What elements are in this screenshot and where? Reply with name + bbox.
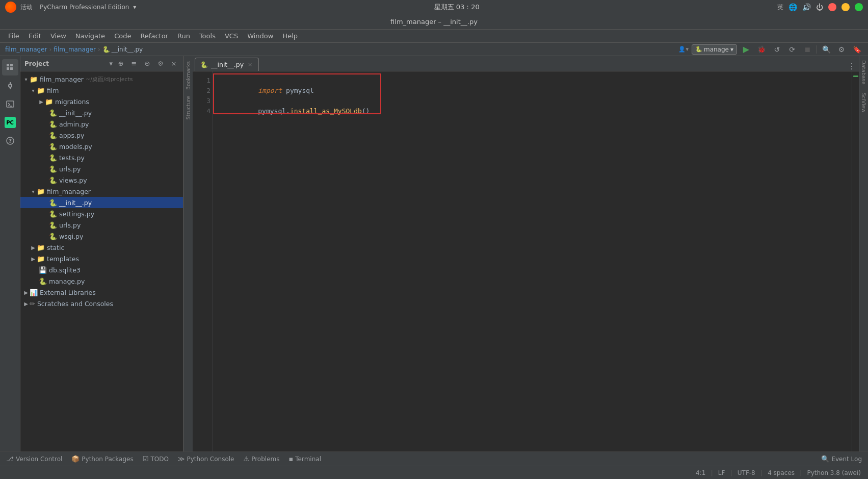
tree-item-migrations[interactable]: ▶ 📁 migrations xyxy=(20,96,183,107)
bottom-tool-event-log[interactable]: 🔍 Event Log xyxy=(817,454,866,464)
tab-file-icon: 🐍 xyxy=(200,61,208,68)
breadcrumb-module[interactable]: film_manager xyxy=(54,46,96,53)
bottom-tool-problems[interactable]: ⚠ Problems xyxy=(240,454,284,464)
folder-icon-film: 📁 xyxy=(37,87,45,94)
app-name-label[interactable]: PyCharm Professional Edition xyxy=(40,4,129,11)
folder-icon-migrations: 📁 xyxy=(45,98,53,106)
network-icon: 🌐 xyxy=(788,3,797,11)
tree-item-film-urls[interactable]: ▶ 🐍 urls.py xyxy=(20,163,183,174)
project-dropdown-icon[interactable]: ▾ xyxy=(109,60,113,67)
window-minimize-button[interactable] xyxy=(841,3,850,11)
tree-item-wsgi[interactable]: ▶ 🐍 wsgi.py xyxy=(20,231,183,242)
reload-alt-button[interactable]: ⟳ xyxy=(786,43,798,56)
editor-options-button[interactable]: ⋮ xyxy=(847,61,857,71)
settings-button[interactable]: ⚙ xyxy=(835,43,848,56)
bookmark-button[interactable]: 🔖 xyxy=(851,43,863,56)
system-bar-left: 活动 PyCharm Professional Edition ▾ xyxy=(5,2,136,13)
status-python[interactable]: Python 3.8 (awei) xyxy=(804,469,864,476)
tree-item-film-manager[interactable]: ▾ 📁 film_manager xyxy=(20,186,183,197)
panel-btn-collapse[interactable]: × xyxy=(169,59,179,69)
tree-item-init-selected[interactable]: ▶ 🐍 __init__.py xyxy=(20,197,183,208)
bottom-tool-version-control[interactable]: ⎇ Version Control xyxy=(2,454,66,464)
todo-label: TODO xyxy=(150,456,168,463)
vert-label-structure[interactable]: Structure xyxy=(185,93,192,123)
tab-close-button[interactable]: × xyxy=(247,61,253,68)
menu-view[interactable]: View xyxy=(46,31,70,41)
menu-window[interactable]: Window xyxy=(243,31,277,41)
project-panel-header: Project ▾ ⊕ ≡ ⊝ ⚙ × xyxy=(20,56,183,71)
tree-item-ext-libs[interactable]: ▶ 📊 External Libraries xyxy=(20,287,183,298)
panel-btn-settings[interactable]: ⚙ xyxy=(155,59,166,69)
manage-dropdown[interactable]: 🐍 manage ▾ xyxy=(692,44,737,55)
menu-refactor[interactable]: Refactor xyxy=(136,31,172,41)
panel-btn-filter[interactable]: ⊝ xyxy=(142,59,152,69)
right-panel-tab-database[interactable]: Database xyxy=(860,56,867,89)
manage-icon: 🐍 xyxy=(695,46,702,53)
code-editor[interactable]: 1 2 3 4 import pymysql pymysql.install_a… xyxy=(193,71,859,451)
tree-item-film[interactable]: ▾ 📁 film xyxy=(20,85,183,96)
user-icon: 👤▾ xyxy=(678,46,689,53)
code-line-3: pymysql.install_as_MySQLdb() xyxy=(218,96,847,106)
stop-button[interactable]: ⏹ xyxy=(801,43,813,56)
tree-item-views[interactable]: ▶ 🐍 views.py xyxy=(20,174,183,186)
run-button[interactable]: ▶ xyxy=(740,43,752,56)
menu-code[interactable]: Code xyxy=(110,31,135,41)
vert-label-bookmarks[interactable]: Bookmarks xyxy=(185,58,192,93)
window-maximize-button[interactable] xyxy=(855,3,863,11)
sidebar-icon-help[interactable]: ? xyxy=(2,133,18,149)
tree-label-manage: manage.py xyxy=(49,278,85,285)
status-encoding[interactable]: UTF-8 xyxy=(734,469,758,476)
menu-file[interactable]: File xyxy=(4,31,23,41)
tree-arrow-ext-libs: ▶ xyxy=(22,289,30,296)
py-icon-wsgi: 🐍 xyxy=(49,233,57,240)
tree-arrow-film: ▾ xyxy=(30,87,37,94)
tree-item-root[interactable]: ▾ 📁 film_manager ~/桌面/djprojects xyxy=(20,73,183,85)
sidebar-icon-commit[interactable] xyxy=(2,78,18,94)
tree-item-tests[interactable]: ▶ 🐍 tests.py xyxy=(20,152,183,163)
tree-item-admin[interactable]: ▶ 🐍 admin.py xyxy=(20,118,183,130)
tree-label-film-init: __init__.py xyxy=(59,109,92,117)
tree-item-film-init[interactable]: ▶ 🐍 __init__.py xyxy=(20,107,183,118)
tree-item-urls[interactable]: ▶ 🐍 urls.py xyxy=(20,219,183,231)
sidebar-icon-terminal[interactable] xyxy=(2,96,18,112)
reload-button[interactable]: ↺ xyxy=(771,43,783,56)
window-close-button[interactable] xyxy=(828,3,836,11)
menu-vcs[interactable]: VCS xyxy=(221,31,242,41)
menu-run[interactable]: Run xyxy=(173,31,194,41)
debug-button[interactable]: 🐞 xyxy=(755,43,768,56)
tree-item-static[interactable]: ▶ 📁 static xyxy=(20,242,183,253)
app-dropdown-icon[interactable]: ▾ xyxy=(133,4,136,11)
panel-btn-add[interactable]: ⊕ xyxy=(116,59,126,69)
bottom-tool-python-packages[interactable]: 📦 Python Packages xyxy=(67,454,137,464)
event-log-label: Event Log xyxy=(831,456,862,463)
breadcrumb-root[interactable]: film_manager xyxy=(5,46,47,53)
status-line-ending[interactable]: LF xyxy=(715,469,728,476)
tree-item-templates[interactable]: ▶ 📁 templates xyxy=(20,253,183,264)
terminal-label: Terminal xyxy=(295,456,321,463)
gutter-mark-1 xyxy=(853,75,858,77)
tree-item-db[interactable]: ▶ 💾 db.sqlite3 xyxy=(20,264,183,275)
bottom-tool-python-console[interactable]: ≫ Python Console xyxy=(174,454,239,464)
tree-item-settings[interactable]: ▶ 🐍 settings.py xyxy=(20,208,183,219)
search-button[interactable]: 🔍 xyxy=(820,43,832,56)
tree-item-models[interactable]: ▶ 🐍 models.py xyxy=(20,141,183,152)
bottom-tool-todo[interactable]: ☑ TODO xyxy=(139,454,173,464)
bottom-tool-terminal[interactable]: ▪ Terminal xyxy=(284,454,325,464)
sidebar-icon-pycharm[interactable]: PC xyxy=(2,114,18,131)
tree-item-apps[interactable]: ▶ 🐍 apps.py xyxy=(20,130,183,141)
right-panel-tab-sciview[interactable]: SciView xyxy=(860,89,867,116)
lang-indicator[interactable]: 英 xyxy=(777,3,783,12)
menu-navigate[interactable]: Navigate xyxy=(71,31,109,41)
menu-help[interactable]: Help xyxy=(278,31,302,41)
menu-edit[interactable]: Edit xyxy=(24,31,45,41)
code-content[interactable]: import pymysql pymysql.install_as_MySQLd… xyxy=(213,71,852,451)
status-indent[interactable]: 4 spaces xyxy=(765,469,798,476)
tree-item-manage[interactable]: ▶ 🐍 manage.py xyxy=(20,275,183,287)
status-position[interactable]: 4:1 xyxy=(693,469,708,476)
menu-tools[interactable]: Tools xyxy=(195,31,220,41)
version-control-icon: ⎇ xyxy=(6,455,14,463)
tab-init-py[interactable]: 🐍 __init__.py × xyxy=(195,58,259,71)
sidebar-icon-project[interactable] xyxy=(2,59,18,75)
tree-item-scratches[interactable]: ▶ ✏️ Scratches and Consoles xyxy=(20,298,183,309)
panel-btn-sync[interactable]: ≡ xyxy=(129,59,139,69)
